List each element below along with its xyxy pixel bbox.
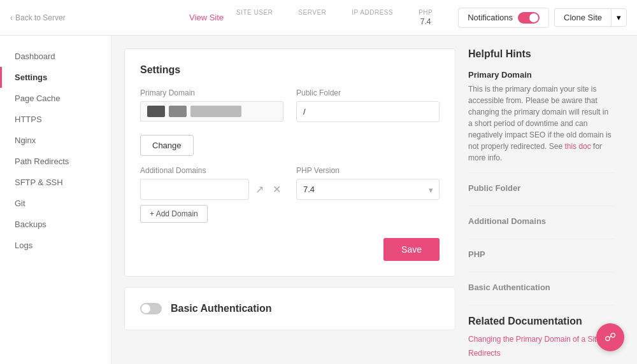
sidebar-item-logs[interactable]: Logs (0, 235, 111, 256)
this-doc-link[interactable]: this doc (564, 142, 590, 151)
additional-domains-row: Additional Domains ↗ ✕ + Add Domain (140, 166, 440, 223)
add-domain-button[interactable]: + Add Domain (140, 205, 208, 223)
primary-domain-group: Primary Domain (140, 88, 283, 122)
clone-site-main-button[interactable]: Clone Site (554, 8, 611, 27)
public-folder-hint: Public Folder (468, 183, 615, 206)
settings-card-title: Settings (140, 64, 440, 76)
primary-domain-hint-title: Primary Domain (468, 70, 615, 80)
php-version-group: PHP Version 7.4 8.0 8.1 8.2 (296, 166, 440, 223)
primary-domain-hint-text: This is the primary domain your site is … (468, 83, 615, 164)
headset-icon: ☍ (605, 330, 616, 344)
php-hint: PHP (468, 249, 615, 272)
basic-auth-card: Basic Authentication (124, 287, 455, 330)
public-folder-hint-title[interactable]: Public Folder (468, 183, 615, 193)
domain-block-medium (169, 106, 187, 117)
back-to-server-label: Back to Server (15, 13, 66, 22)
basic-auth-toggle[interactable] (140, 303, 162, 314)
php-version-select-wrapper: 7.4 8.0 8.1 8.2 (296, 179, 440, 200)
sidebar-item-https[interactable]: HTTPS (0, 109, 111, 130)
external-link-icon: ↗ (255, 184, 264, 195)
top-bar-meta: SITE USER SERVER IP ADDRESS PHP 7.4 (236, 9, 433, 26)
public-folder-input[interactable] (296, 101, 440, 122)
sidebar-item-nginx[interactable]: Nginx (0, 130, 111, 151)
notifications-label: Notifications (468, 13, 513, 22)
additional-domains-hint: Additional Domains (468, 216, 615, 239)
ip-address-label: IP ADDRESS (352, 9, 393, 16)
clear-domain-button[interactable]: ✕ (270, 181, 283, 198)
sidebar-item-settings[interactable]: Settings (0, 67, 111, 88)
ip-address-meta: IP ADDRESS (352, 9, 393, 26)
primary-domain-field (140, 101, 283, 122)
sidebar-item-git[interactable]: Git (0, 193, 111, 214)
primary-domain-row: Primary Domain Public Folder (140, 88, 440, 122)
save-row: Save (140, 233, 440, 261)
basic-auth-label: Basic Authentication (171, 303, 272, 314)
sidebar-item-path-redirects[interactable]: Path Redirects (0, 151, 111, 172)
php-value: 7.4 (419, 17, 433, 26)
php-hint-title[interactable]: PHP (468, 249, 615, 259)
server-meta: SERVER (298, 9, 326, 26)
public-folder-group: Public Folder (296, 88, 440, 122)
basic-auth-hint-title[interactable]: Basic Authentication (468, 283, 615, 292)
back-to-server-link[interactable]: ‹ Back to Server (10, 13, 66, 22)
content-area: Settings Primary Domain Public Folder (111, 36, 637, 364)
additional-domains-group: Additional Domains ↗ ✕ + Add Domain (140, 166, 283, 223)
primary-domain-label: Primary Domain (140, 88, 283, 97)
notifications-toggle[interactable] (518, 12, 540, 24)
sidebar-item-backups[interactable]: Backups (0, 214, 111, 235)
related-doc-link-changing-primary-domain[interactable]: Changing the Primary Domain of a Site (468, 335, 615, 344)
notifications-button[interactable]: Notifications (458, 8, 549, 28)
related-doc-link-redirects[interactable]: Redirects (468, 349, 615, 358)
site-user-meta: SITE USER (236, 9, 273, 26)
additional-domains-label: Additional Domains (140, 166, 283, 175)
clone-site-dropdown-button[interactable]: ▾ (611, 8, 627, 27)
php-version-select[interactable]: 7.4 8.0 8.1 8.2 (296, 179, 440, 200)
php-version-label: PHP Version (296, 166, 440, 175)
related-docs-title: Related Documentation (468, 316, 615, 327)
domain-block-light (190, 106, 241, 117)
support-button[interactable]: ☍ (596, 323, 624, 351)
hints-title: Helpful Hints (468, 48, 615, 60)
sidebar-item-sftp-ssh[interactable]: SFTP & SSH (0, 172, 111, 193)
sidebar-item-dashboard[interactable]: Dashboard (0, 46, 111, 67)
back-arrow-icon: ‹ (10, 13, 13, 22)
settings-panel: Settings Primary Domain Public Folder (124, 48, 455, 351)
change-button[interactable]: Change (140, 135, 194, 156)
site-user-label: SITE USER (236, 9, 273, 16)
sidebar: Dashboard Settings Page Cache HTTPS Ngin… (0, 36, 111, 364)
main-layout: Dashboard Settings Page Cache HTTPS Ngin… (0, 36, 637, 364)
server-label: SERVER (298, 9, 326, 16)
sidebar-item-page-cache[interactable]: Page Cache (0, 88, 111, 109)
settings-card: Settings Primary Domain Public Folder (124, 48, 455, 277)
primary-domain-hint: Primary Domain This is the primary domai… (468, 70, 615, 173)
additional-domains-input[interactable] (140, 179, 249, 200)
domain-input-row: ↗ ✕ (140, 179, 283, 200)
view-site-link[interactable]: View Site (176, 7, 236, 28)
basic-auth-hint: Basic Authentication (468, 283, 615, 305)
additional-domains-hint-title[interactable]: Additional Domains (468, 216, 615, 226)
top-bar: ‹ Back to Server View Site SITE USER SER… (0, 0, 637, 36)
clear-icon: ✕ (273, 184, 281, 195)
domain-block-dark (147, 106, 165, 117)
save-button[interactable]: Save (383, 238, 440, 261)
clone-site-button-group: Clone Site ▾ (554, 8, 627, 27)
php-meta: PHP 7.4 (419, 9, 433, 26)
public-folder-label: Public Folder (296, 88, 440, 97)
hints-panel: Helpful Hints Primary Domain This is the… (468, 48, 615, 351)
chevron-down-icon: ▾ (617, 13, 621, 22)
php-label: PHP (419, 9, 433, 16)
external-link-icon-button[interactable]: ↗ (253, 181, 266, 198)
